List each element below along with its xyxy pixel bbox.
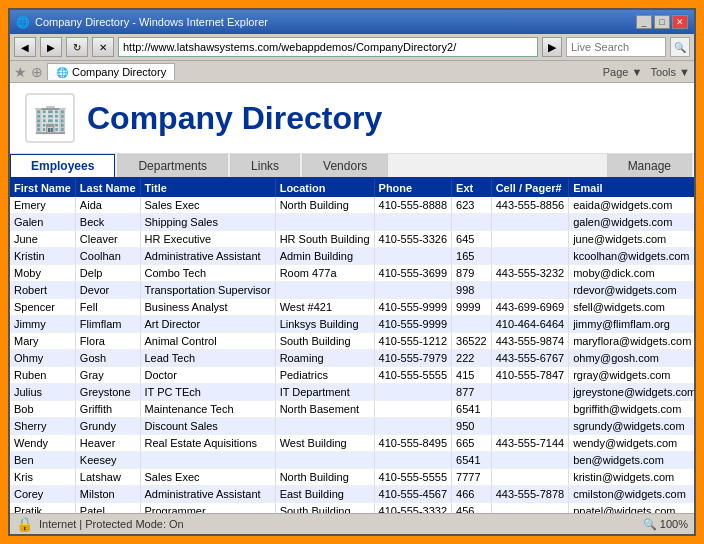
- browser-tab[interactable]: 🌐 Company Directory: [47, 63, 175, 80]
- table-cell: Emery: [10, 197, 75, 214]
- table-row[interactable]: JuliusGreystoneIT PC TEchIT Department87…: [10, 384, 694, 401]
- table-cell: sgrundy@widgets.com: [569, 418, 694, 435]
- search-input[interactable]: [566, 37, 666, 57]
- table-cell: Linksys Building: [275, 316, 374, 333]
- table-cell: june@widgets.com: [569, 231, 694, 248]
- table-cell: North Building: [275, 197, 374, 214]
- table-cell: 879: [452, 265, 492, 282]
- col-email: Email: [569, 179, 694, 197]
- table-cell: Wendy: [10, 435, 75, 452]
- table-row[interactable]: BenKeesey6541ben@widgets.com: [10, 452, 694, 469]
- table-row[interactable]: KristinCoolhanAdministrative AssistantAd…: [10, 248, 694, 265]
- table-cell: Combo Tech: [140, 265, 275, 282]
- favorites-star-icon[interactable]: ★: [14, 64, 27, 80]
- table-cell: wendy@widgets.com: [569, 435, 694, 452]
- table-cell: 665: [452, 435, 492, 452]
- status-left: 🔒 Internet | Protected Mode: On: [16, 516, 184, 532]
- table-cell: 410-555-9999: [374, 316, 452, 333]
- table-row[interactable]: OhmyGoshLead TechRoaming410-555-79792224…: [10, 350, 694, 367]
- table-cell: rdevor@widgets.com: [569, 282, 694, 299]
- navigation-tabs: Employees Departments Links Vendors Mana…: [10, 154, 694, 179]
- table-cell: [374, 384, 452, 401]
- table-cell: [452, 214, 492, 231]
- table-cell: Administrative Assistant: [140, 486, 275, 503]
- table-cell: Programmer: [140, 503, 275, 514]
- table-cell: 443-555-3232: [491, 265, 569, 282]
- stop-button[interactable]: ✕: [92, 37, 114, 57]
- table-row[interactable]: MaryFloraAnimal ControlSouth Building410…: [10, 333, 694, 350]
- table-row[interactable]: JimmyFlimflamArt DirectorLinksys Buildin…: [10, 316, 694, 333]
- col-cell: Cell / Pager#: [491, 179, 569, 197]
- table-cell: Sales Exec: [140, 197, 275, 214]
- favorites-add-icon[interactable]: ⊕: [31, 64, 43, 80]
- zoom-level[interactable]: 🔍 100%: [643, 518, 688, 531]
- table-cell: 222: [452, 350, 492, 367]
- table-row[interactable]: WendyHeaverReal Estate AquisitionsWest B…: [10, 435, 694, 452]
- table-cell: Gray: [75, 367, 140, 384]
- table-row[interactable]: KrisLatshawSales ExecNorth Building410-5…: [10, 469, 694, 486]
- back-button[interactable]: ◀: [14, 37, 36, 57]
- table-cell: Ohmy: [10, 350, 75, 367]
- address-input[interactable]: [118, 37, 538, 57]
- employee-table: First Name Last Name Title Location Phon…: [10, 179, 694, 513]
- go-button[interactable]: ▶: [542, 37, 562, 57]
- table-cell: Admin Building: [275, 248, 374, 265]
- table-cell: [491, 401, 569, 418]
- table-cell: Robert: [10, 282, 75, 299]
- table-cell: [374, 214, 452, 231]
- table-row[interactable]: GalenBeckShipping Salesgalen@widgets.com: [10, 214, 694, 231]
- forward-button[interactable]: ▶: [40, 37, 62, 57]
- table-cell: [275, 282, 374, 299]
- tab-links[interactable]: Links: [230, 154, 300, 177]
- table-cell: 443-555-8856: [491, 197, 569, 214]
- page-menu-button[interactable]: Page ▼: [603, 66, 643, 78]
- table-cell: West Building: [275, 435, 374, 452]
- table-row[interactable]: EmeryAidaSales ExecNorth Building410-555…: [10, 197, 694, 214]
- table-cell: eaida@widgets.com: [569, 197, 694, 214]
- status-text: Internet | Protected Mode: On: [39, 518, 184, 530]
- table-row[interactable]: MobyDelpCombo TechRoom 477a410-555-36998…: [10, 265, 694, 282]
- close-button[interactable]: ✕: [672, 15, 688, 29]
- search-go-button[interactable]: 🔍: [670, 37, 690, 57]
- refresh-button[interactable]: ↻: [66, 37, 88, 57]
- table-cell: Maintenance Tech: [140, 401, 275, 418]
- table-cell: 645: [452, 231, 492, 248]
- table-cell: 410-555-3326: [374, 231, 452, 248]
- table-cell: 6541: [452, 452, 492, 469]
- table-row[interactable]: SherryGrundyDiscount Sales950sgrundy@wid…: [10, 418, 694, 435]
- table-cell: Kris: [10, 469, 75, 486]
- tools-menu-button[interactable]: Tools ▼: [650, 66, 690, 78]
- table-row[interactable]: CoreyMilstonAdministrative AssistantEast…: [10, 486, 694, 503]
- table-cell: South Building: [275, 333, 374, 350]
- tab-favicon-icon: 🌐: [56, 67, 68, 78]
- table-row[interactable]: RobertDevorTransportation Supervisor998r…: [10, 282, 694, 299]
- minimize-button[interactable]: _: [636, 15, 652, 29]
- toolbar: ★ ⊕ 🌐 Company Directory Page ▼ Tools ▼: [10, 61, 694, 83]
- table-row[interactable]: SpencerFellBusiness AnalystWest #421410-…: [10, 299, 694, 316]
- table-cell: Grundy: [75, 418, 140, 435]
- tab-vendors[interactable]: Vendors: [302, 154, 388, 177]
- table-cell: Aida: [75, 197, 140, 214]
- table-cell: June: [10, 231, 75, 248]
- logo-icon: 🏢: [33, 102, 68, 135]
- table-row[interactable]: JuneCleaverHR ExecutiveHR South Building…: [10, 231, 694, 248]
- table-cell: [491, 231, 569, 248]
- table-row[interactable]: RubenGrayDoctorPediatrics410-555-5555415…: [10, 367, 694, 384]
- table-cell: jgreystone@widgets.com: [569, 384, 694, 401]
- tab-employees[interactable]: Employees: [10, 154, 115, 177]
- tab-departments[interactable]: Departments: [117, 154, 228, 177]
- table-cell: IT PC TEch: [140, 384, 275, 401]
- maximize-button[interactable]: □: [654, 15, 670, 29]
- table-cell: ppatel@widgets.com: [569, 503, 694, 514]
- table-cell: 6541: [452, 401, 492, 418]
- table-cell: 410-555-3699: [374, 265, 452, 282]
- tab-manage[interactable]: Manage: [607, 154, 692, 177]
- table-cell: 410-555-1212: [374, 333, 452, 350]
- table-row[interactable]: PratikPatelProgrammerSouth Building410-5…: [10, 503, 694, 514]
- table-row[interactable]: BobGriffithMaintenance TechNorth Basemen…: [10, 401, 694, 418]
- table-cell: [491, 384, 569, 401]
- table-cell: Delp: [75, 265, 140, 282]
- table-cell: Milston: [75, 486, 140, 503]
- table-cell: East Building: [275, 486, 374, 503]
- employee-table-container: First Name Last Name Title Location Phon…: [10, 179, 694, 513]
